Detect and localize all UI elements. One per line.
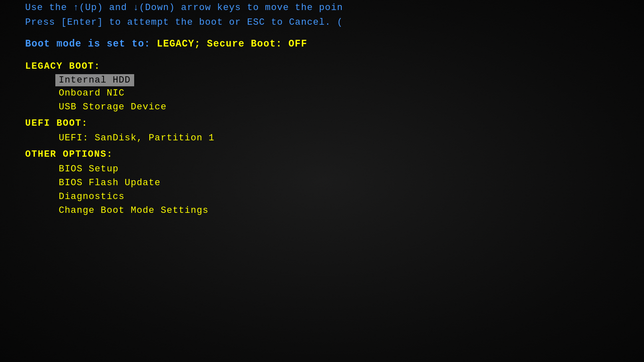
secure-boot-value: OFF [288, 39, 307, 49]
boot-mode-prefix: Boot mode is set to: [25, 39, 157, 49]
boot-mode-status: Boot mode is set to: LEGACY; Secure Boot… [25, 39, 619, 49]
uefi-boot-header: UEFI BOOT: [25, 118, 619, 129]
other-options-header: OTHER OPTIONS: [25, 149, 619, 160]
legacy-boot-item-usb-storage[interactable]: USB Storage Device [25, 100, 619, 114]
legacy-boot-header: LEGACY BOOT: [25, 61, 619, 72]
boot-mode-value: LEGACY; Secure Boot: [157, 39, 288, 49]
legacy-boot-item-internal-hdd[interactable]: Internal HDD [25, 74, 619, 86]
legacy-boot-item-onboard-nic[interactable]: Onboard NIC [25, 86, 619, 100]
other-options-change-boot-mode[interactable]: Change Boot Mode Settings [25, 204, 619, 217]
bios-content: Use the ↑(Up) and ↓(Down) arrow keys to … [0, 0, 644, 217]
uefi-boot-item-sandisk[interactable]: UEFI: SanDisk, Partition 1 [25, 131, 619, 145]
bios-screen: Use the ↑(Up) and ↓(Down) arrow keys to … [0, 0, 644, 362]
other-options-bios-flash[interactable]: BIOS Flash Update [25, 176, 619, 190]
header-line-2: Press [Enter] to attempt the boot or ESC… [25, 15, 619, 35]
other-options-bios-setup[interactable]: BIOS Setup [25, 162, 619, 176]
internal-hdd-label[interactable]: Internal HDD [55, 74, 134, 86]
other-options-diagnostics[interactable]: Diagnostics [25, 190, 619, 204]
header-line-1: Use the ↑(Up) and ↓(Down) arrow keys to … [25, 0, 619, 15]
